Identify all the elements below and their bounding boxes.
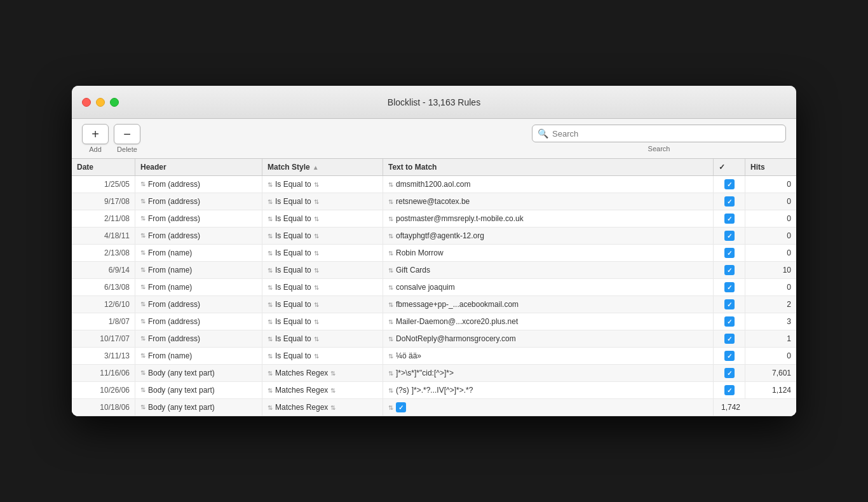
minimize-button[interactable] <box>96 98 105 107</box>
cell-text-to-match: ⇅ Gift Cards <box>383 262 714 278</box>
toolbar-left: + − Add Delete <box>82 124 140 153</box>
cell-check[interactable]: ✓ <box>714 227 745 244</box>
cell-date: 6/9/14 <box>72 262 135 278</box>
cell-check[interactable]: ✓ <box>714 279 745 295</box>
table-row[interactable]: 10/26/06 ⇅ Body (any text part) ⇅ Matche… <box>72 382 796 399</box>
cell-check[interactable]: ✓ <box>714 313 745 330</box>
cell-date: 1/8/07 <box>72 313 135 330</box>
table-row[interactable]: 4/18/11 ⇅ From (address) ⇅ Is Equal to ⇅… <box>72 227 796 245</box>
match-style-chevron: ⇅ <box>268 353 273 360</box>
table-row[interactable]: 2/13/08 ⇅ From (name) ⇅ Is Equal to ⇅ ⇅ … <box>72 245 796 262</box>
text-match-chevron: ⇅ <box>388 267 393 274</box>
match-style-chevron2: ⇅ <box>330 387 336 394</box>
cell-match-style: ⇅ Matches Regex ⇅ <box>262 365 383 381</box>
cell-text-to-match: ⇅ DoNotReply@harmonsgrocery.com <box>383 330 714 347</box>
checkbox[interactable]: ✓ <box>724 214 735 224</box>
cell-text-to-match: ⇅ Mailer-Daemon@...xcore20.plus.net <box>383 313 714 330</box>
search-input[interactable] <box>552 129 780 139</box>
cell-check[interactable]: ✓ <box>714 330 745 347</box>
checkbox[interactable]: ✓ <box>724 282 735 292</box>
checkbox[interactable]: ✓ <box>724 299 735 309</box>
table-body: 1/25/05 ⇅ From (address) ⇅ Is Equal to ⇅… <box>72 176 796 416</box>
checkbox[interactable]: ✓ <box>724 368 735 378</box>
table-row[interactable]: 2/11/08 ⇅ From (address) ⇅ Is Equal to ⇅… <box>72 210 796 227</box>
cell-check[interactable]: ✓ <box>714 193 745 210</box>
table-row[interactable]: 11/16/06 ⇅ Body (any text part) ⇅ Matche… <box>72 365 796 382</box>
table-row[interactable]: 12/6/10 ⇅ From (address) ⇅ Is Equal to ⇅… <box>72 296 796 313</box>
text-match-chevron: ⇅ <box>388 250 393 257</box>
add-icon: + <box>92 127 99 142</box>
checkbox[interactable]: ✓ <box>724 334 735 344</box>
cell-header: ⇅ From (address) <box>135 176 262 193</box>
text-match-chevron: ⇅ <box>388 233 393 240</box>
match-style-chevron: ⇅ <box>268 336 273 343</box>
match-style-chevron2: ⇅ <box>314 284 319 291</box>
cell-date: 3/11/13 <box>72 348 135 364</box>
cell-hits: 10 <box>745 262 796 278</box>
col-header[interactable]: Header <box>135 159 262 175</box>
col-date[interactable]: Date <box>72 159 135 175</box>
checkbox[interactable]: ✓ <box>724 265 735 275</box>
search-box[interactable]: 🔍 <box>532 125 786 142</box>
cell-check[interactable]: ✓ <box>714 382 745 398</box>
close-button[interactable] <box>82 98 91 107</box>
cell-hits: 0 <box>745 176 796 193</box>
match-style-chevron2: ⇅ <box>314 233 319 240</box>
cell-check[interactable]: ✓ <box>714 296 745 313</box>
col-match-style[interactable]: Match Style ▲ <box>262 159 383 175</box>
match-style-chevron: ⇅ <box>268 181 273 188</box>
match-style-chevron2: ⇅ <box>330 370 336 377</box>
cell-date: 11/16/06 <box>72 365 135 381</box>
match-style-chevron2: ⇅ <box>314 181 319 188</box>
table-row[interactable]: 10/18/06 ⇅ Body (any text part) ⇅ Matche… <box>72 399 796 416</box>
cell-match-style: ⇅ Is Equal to ⇅ <box>262 176 383 193</box>
delete-button[interactable]: − <box>114 124 140 144</box>
cell-check[interactable]: ✓ <box>714 348 745 364</box>
table-row[interactable]: 1/8/07 ⇅ From (address) ⇅ Is Equal to ⇅ … <box>72 313 796 330</box>
table-row[interactable]: 6/13/08 ⇅ From (name) ⇅ Is Equal to ⇅ ⇅ … <box>72 279 796 296</box>
cell-check[interactable]: ✓ <box>714 245 745 261</box>
cell-text-to-match: ⇅ dmsmith1200.aol.com <box>383 176 714 193</box>
match-style-chevron2: ⇅ <box>314 301 319 308</box>
search-icon: 🔍 <box>538 128 548 139</box>
table-row[interactable]: 6/9/14 ⇅ From (name) ⇅ Is Equal to ⇅ ⇅ G… <box>72 262 796 279</box>
cell-date: 6/13/08 <box>72 279 135 295</box>
toolbar-right: 🔍 Search <box>532 125 786 153</box>
cell-hits: 1 <box>745 330 796 347</box>
col-hits[interactable]: Hits <box>745 159 796 175</box>
table-row[interactable]: 9/17/08 ⇅ From (address) ⇅ Is Equal to ⇅… <box>72 193 796 210</box>
col-text-to-match[interactable]: Text to Match <box>383 159 714 175</box>
cell-text-to-match: ⇅ Robin Morrow <box>383 245 714 261</box>
cell-text-to-match: ⇅ ¼ö ää» <box>383 348 714 364</box>
checkbox[interactable]: ✓ <box>724 385 735 395</box>
cell-check[interactable]: ✓ <box>714 365 745 381</box>
cell-text-to-match: ⇅ oftayphgtf@agentk-12.org <box>383 227 714 244</box>
checkbox[interactable]: ✓ <box>724 248 735 258</box>
table-row[interactable]: 10/17/07 ⇅ From (address) ⇅ Is Equal to … <box>72 330 796 348</box>
match-style-sort-icon: ▲ <box>313 164 319 171</box>
header-sort-arrows: ⇅ <box>140 268 146 273</box>
add-button[interactable]: + <box>82 124 109 144</box>
cell-match-style: ⇅ Is Equal to ⇅ <box>262 210 383 227</box>
maximize-button[interactable] <box>110 98 119 107</box>
cell-date: 1/25/05 <box>72 176 135 193</box>
cell-check[interactable]: ✓ <box>714 176 745 193</box>
checkbox[interactable]: ✓ <box>396 402 406 412</box>
cell-check[interactable]: ✓ <box>714 262 745 278</box>
match-style-chevron: ⇅ <box>268 215 273 222</box>
table-row[interactable]: 3/11/13 ⇅ From (name) ⇅ Is Equal to ⇅ ⇅ … <box>72 348 796 365</box>
checkbox[interactable]: ✓ <box>724 351 735 361</box>
table-row[interactable]: 1/25/05 ⇅ From (address) ⇅ Is Equal to ⇅… <box>72 176 796 193</box>
cell-date: 2/11/08 <box>72 210 135 227</box>
col-check[interactable]: ✓ <box>714 159 745 175</box>
header-sort-arrows: ⇅ <box>140 250 146 255</box>
checkbox[interactable]: ✓ <box>724 179 735 189</box>
checkbox[interactable]: ✓ <box>724 196 735 207</box>
cell-date: 10/17/07 <box>72 330 135 347</box>
cell-check[interactable]: ✓ <box>714 210 745 227</box>
window-title: Blocklist - 13,163 Rules <box>388 97 480 107</box>
checkbox[interactable]: ✓ <box>724 316 735 327</box>
checkbox[interactable]: ✓ <box>724 231 735 241</box>
cell-text-to-match: ⇅ consalve joaquim <box>383 279 714 295</box>
cell-match-style: ⇅ Is Equal to ⇅ <box>262 279 383 295</box>
